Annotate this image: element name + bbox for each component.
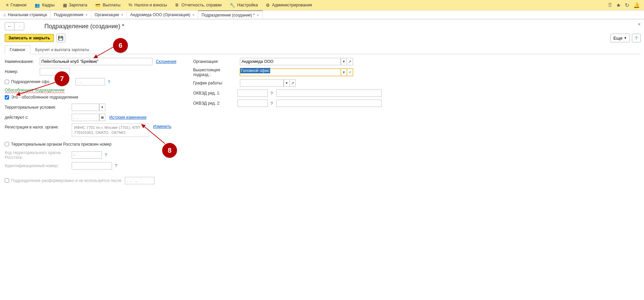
- help-icon[interactable]: ?: [105, 152, 107, 157]
- document-tabs: ⌂Начальная страница Подразделения× Орган…: [0, 10, 644, 19]
- nav-forward-button[interactable]: →: [14, 23, 24, 30]
- parent-subdivision-input[interactable]: [240, 69, 341, 76]
- tax-registration-label: Регистрация в налог. органе:: [5, 123, 70, 129]
- wallet-icon: 💳: [95, 3, 101, 8]
- calendar-icon: ▦: [63, 3, 67, 8]
- form-area: Наименование: Склонения Номер: Подраздел…: [5, 58, 641, 187]
- menu-otchet[interactable]: 🗎Отчетность, справки: [171, 1, 226, 9]
- page: × ← → Подразделение (создание) * Записат…: [0, 19, 644, 187]
- disbanded-date-input[interactable]: [125, 177, 154, 184]
- name-input[interactable]: [40, 58, 152, 65]
- help-icon[interactable]: ?: [108, 79, 110, 84]
- menu-main[interactable]: ≡Главное: [2, 1, 31, 9]
- parent-subdivision-label: Вышестоящее подразд.:: [193, 68, 239, 77]
- dropdown-button[interactable]: ▼: [284, 79, 290, 87]
- formed-date-input[interactable]: [75, 78, 105, 85]
- help-icon[interactable]: ?: [115, 163, 117, 168]
- save-button[interactable]: 💾: [57, 34, 65, 42]
- okved1-label: ОКВЭД ред. 1:: [193, 91, 236, 96]
- okved2-label: ОКВЭД ред. 2:: [193, 101, 236, 106]
- annotation-badge-6: 6: [113, 38, 128, 53]
- home-icon: ⌂: [3, 12, 6, 17]
- schedule-input[interactable]: [240, 79, 284, 87]
- menu-zarplata[interactable]: ▦Зарплата: [59, 1, 92, 9]
- menu-nastroika[interactable]: 🔧Настройка: [226, 1, 262, 9]
- inner-tab-main[interactable]: Главное: [5, 45, 30, 54]
- identification-number-label: Идентификационный номер:: [5, 163, 70, 168]
- tab-org[interactable]: Организации×: [91, 10, 127, 19]
- calendar-button[interactable]: ▦: [99, 114, 105, 121]
- valid-from-label: действуют с:: [5, 115, 70, 120]
- calendar-icon: ▦: [101, 116, 104, 119]
- open-button[interactable]: ↗: [290, 79, 296, 87]
- menu-nalogi[interactable]: %Налоги и взносы: [124, 1, 171, 9]
- close-page-icon[interactable]: ×: [638, 22, 641, 27]
- tab-home[interactable]: ⌂Начальная страница: [0, 10, 50, 19]
- declensions-link[interactable]: Склонения: [156, 59, 176, 64]
- tab-andromeda[interactable]: Андромеда ООО (Организация)×: [127, 10, 198, 19]
- rosstat-code-label: Код территориального орагна Росстата:: [5, 150, 70, 160]
- close-icon[interactable]: ×: [121, 13, 123, 17]
- apps-icon[interactable]: ⠿: [606, 1, 614, 10]
- menu-admin[interactable]: ⚙Администрирование: [262, 1, 316, 9]
- is-separate-checkbox[interactable]: Это - обособленное подразделение: [5, 95, 78, 100]
- terr-conditions-input[interactable]: [72, 104, 99, 111]
- tab-podrazdel[interactable]: Подразделения×: [50, 10, 91, 19]
- is-separate-checkbox-input[interactable]: [5, 95, 9, 100]
- okved2-code-input[interactable]: [238, 100, 268, 107]
- save-and-close-button[interactable]: Записать и закрыть: [5, 34, 54, 42]
- tax-registration-box: ИФНС 7701 по г. Москве (7701), КПП 77010…: [72, 123, 149, 137]
- close-icon[interactable]: ×: [257, 13, 259, 17]
- open-button[interactable]: ↗: [347, 58, 353, 65]
- okved1-code-input[interactable]: [238, 89, 268, 97]
- page-title: Подразделение (создание) *: [44, 23, 124, 30]
- change-link[interactable]: Изменить: [153, 124, 171, 129]
- help-icon[interactable]: ?: [271, 91, 273, 96]
- history-icon[interactable]: ↻: [623, 1, 631, 10]
- document-icon: 🗎: [175, 3, 179, 7]
- close-icon[interactable]: ×: [85, 13, 87, 17]
- history-link[interactable]: История изменения: [109, 115, 146, 120]
- okved1-text-input[interactable]: [276, 89, 382, 97]
- rosstat-code-input[interactable]: [72, 151, 102, 159]
- organization-label: Организация:: [193, 59, 239, 64]
- help-button[interactable]: ?: [632, 34, 641, 42]
- formed-checkbox[interactable]: Подразделение сфо: [5, 79, 49, 84]
- dropdown-button[interactable]: ▼: [99, 104, 105, 111]
- top-bar: ≡Главное 👥Кадры ▦Зарплата 💳Выплаты %Нало…: [0, 0, 644, 10]
- command-bar: Записать и закрыть 💾 Еще▼ ?: [5, 34, 641, 42]
- nav-back-button[interactable]: ←: [5, 23, 14, 30]
- open-button[interactable]: ↗: [347, 69, 353, 76]
- okved2-text-input[interactable]: [276, 100, 382, 107]
- rosstat-number-checkbox-input[interactable]: [5, 142, 9, 146]
- formed-checkbox-input[interactable]: [5, 80, 9, 84]
- organization-input[interactable]: [240, 58, 341, 65]
- inner-tab-accounting[interactable]: Бухучет и выплата зарплаты: [30, 45, 94, 54]
- dropdown-button[interactable]: ▼: [341, 69, 347, 76]
- chevron-down-icon: ▼: [624, 36, 627, 40]
- separate-subdivision-title: Обособленное подразделение: [5, 88, 180, 92]
- disbanded-checkbox-input[interactable]: [5, 178, 9, 183]
- menu-kadry[interactable]: 👥Кадры: [31, 1, 59, 9]
- inner-tabs: Главное Бухучет и выплата зарплаты: [5, 45, 641, 54]
- gear-icon: ⚙: [266, 3, 270, 8]
- more-button[interactable]: Еще▼: [610, 34, 630, 42]
- wrench-icon: 🔧: [230, 3, 235, 8]
- schedule-label: График работы:: [193, 81, 239, 85]
- rosstat-number-checkbox[interactable]: Территориальным органом Росстата присвое…: [5, 142, 111, 147]
- floppy-icon: 💾: [58, 36, 64, 41]
- valid-from-input[interactable]: [72, 114, 99, 121]
- close-icon[interactable]: ×: [192, 13, 194, 17]
- star-icon[interactable]: ★: [614, 1, 623, 10]
- menu-vyplaty[interactable]: 💳Выплаты: [91, 1, 124, 9]
- help-icon[interactable]: ?: [271, 101, 273, 106]
- identification-number-input[interactable]: [72, 162, 112, 170]
- disbanded-checkbox[interactable]: Подразделение расформировано и не исполь…: [5, 178, 121, 183]
- tab-create-podrazdel[interactable]: Подразделение (создание) *×: [198, 10, 263, 19]
- dropdown-button[interactable]: ▼: [341, 58, 347, 65]
- people-icon: 👥: [35, 3, 40, 8]
- bell-icon[interactable]: 🔔: [631, 1, 642, 10]
- name-label: Наименование:: [5, 59, 38, 64]
- annotation-badge-8: 8: [162, 143, 177, 158]
- hamburger-icon: ≡: [6, 3, 8, 7]
